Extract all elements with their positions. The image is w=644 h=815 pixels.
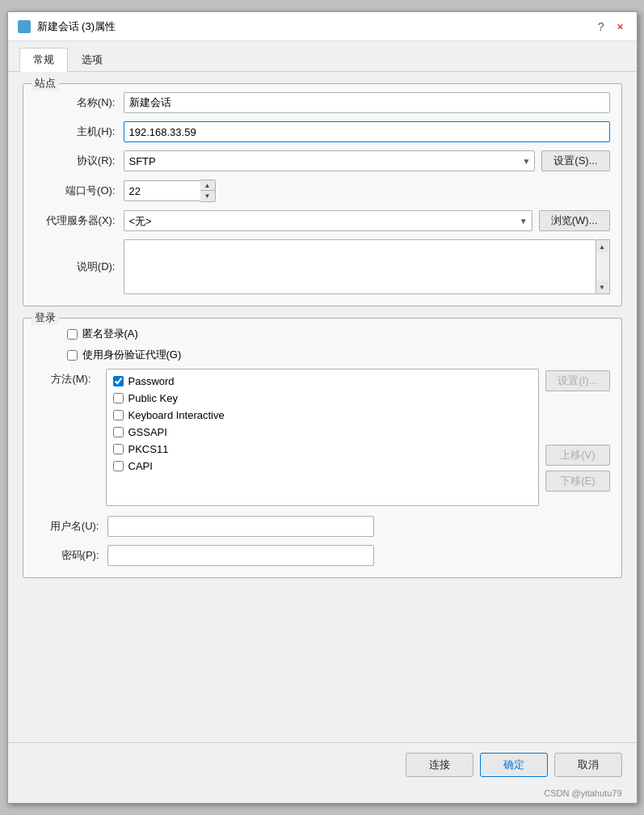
title-bar-left: 新建会话 (3)属性 [18, 19, 116, 34]
auth-proxy-row: 使用身份验证代理(G) [35, 348, 610, 362]
desc-textarea[interactable] [124, 239, 596, 294]
port-decrement-button[interactable]: ▼ [200, 191, 215, 201]
port-input[interactable] [124, 180, 200, 201]
port-spinner-buttons: ▲ ▼ [200, 179, 216, 202]
port-wrapper: ▲ ▼ [124, 179, 610, 202]
method-capi-checkbox[interactable] [113, 461, 124, 471]
help-label: ? [598, 20, 604, 33]
station-group-label: 站点 [32, 76, 59, 91]
connect-button[interactable]: 连接 [406, 753, 474, 777]
scroll-up-button[interactable]: ▲ [596, 240, 608, 253]
tab-general[interactable]: 常规 [19, 48, 68, 72]
method-item-pkcs11[interactable]: PKCS11 [107, 441, 539, 458]
desc-wrapper: ▲ ▼ [124, 239, 610, 294]
method-item-keyboard[interactable]: Keyboard Interactive [107, 407, 539, 424]
login-group: 登录 匿名登录(A) 使用身份验证代理(G) 方法(M): Password [23, 318, 622, 578]
tab-bar: 常规 选项 [8, 41, 637, 72]
proxy-label: 代理服务器(X): [35, 213, 124, 228]
port-row: 端口号(O): ▲ ▼ [35, 179, 610, 202]
move-down-button[interactable]: 下移(E) [545, 471, 609, 492]
ok-button[interactable]: 确定 [480, 753, 548, 777]
username-input[interactable] [107, 516, 374, 537]
watermark: CSDN @yitahutu79 [8, 787, 637, 803]
station-group: 站点 名称(N): 主机(H): 协议(R): [23, 83, 622, 306]
protocol-select[interactable]: SFTP FTP FTPS SCP TELNET [124, 150, 536, 171]
main-content: 站点 名称(N): 主机(H): 协议(R): [8, 72, 637, 742]
method-row: 方法(M): Password Public Key Keyboard Inte… [35, 369, 610, 506]
method-label: 方法(M): [35, 369, 99, 386]
method-keyboard-label: Keyboard Interactive [128, 409, 225, 421]
host-field-wrapper [124, 121, 610, 142]
scroll-down-button[interactable]: ▼ [596, 281, 608, 293]
port-label: 端口号(O): [35, 184, 124, 198]
proxy-wrapper: <无> ▼ 浏览(W)... [124, 210, 610, 231]
protocol-row: 协议(R): SFTP FTP FTPS SCP TELNET ▼ 设置(S).… [35, 150, 610, 171]
password-field-wrapper [107, 545, 610, 566]
protocol-select-wrapper: SFTP FTP FTPS SCP TELNET ▼ [124, 150, 536, 171]
auth-proxy-label: 使用身份验证代理(G) [82, 348, 182, 362]
dialog-footer: 连接 确定 取消 [8, 742, 637, 787]
method-password-checkbox[interactable] [113, 376, 124, 386]
tab-options[interactable]: 选项 [68, 48, 116, 71]
proxy-select-wrapper: <无> ▼ [124, 210, 532, 231]
method-password-label: Password [128, 375, 175, 387]
dialog-icon [18, 20, 31, 33]
protocol-wrapper: SFTP FTP FTPS SCP TELNET ▼ 设置(S)... [124, 150, 610, 171]
anon-checkbox[interactable] [67, 329, 78, 340]
host-input[interactable] [124, 121, 610, 142]
proxy-browse-button[interactable]: 浏览(W)... [539, 210, 610, 231]
close-button[interactable]: × [614, 20, 627, 33]
method-item-password[interactable]: Password [107, 373, 539, 390]
login-group-label: 登录 [32, 310, 59, 325]
method-keyboard-checkbox[interactable] [113, 410, 124, 420]
method-pkcs11-checkbox[interactable] [113, 444, 124, 454]
name-label: 名称(N): [35, 95, 124, 110]
desc-row: 说明(D): ▲ ▼ [35, 239, 610, 294]
method-publickey-checkbox[interactable] [113, 393, 124, 403]
dialog-window: 新建会话 (3)属性 ? × 常规 选项 站点 名称(N): [7, 11, 638, 804]
anon-label: 匿名登录(A) [82, 327, 138, 341]
method-item-publickey[interactable]: Public Key [107, 390, 539, 407]
method-item-gssapi[interactable]: GSSAPI [107, 424, 539, 441]
username-row: 用户名(U): [35, 516, 610, 537]
password-label: 密码(P): [35, 548, 107, 563]
desc-label: 说明(D): [35, 260, 124, 274]
password-row: 密码(P): [35, 545, 610, 566]
method-list: Password Public Key Keyboard Interactive… [106, 369, 540, 506]
method-buttons: 设置(I)... 上移(V) 下移(E) [545, 369, 609, 492]
port-spinner: ▲ ▼ [124, 179, 229, 202]
protocol-settings-button[interactable]: 设置(S)... [541, 150, 609, 171]
dialog-title: 新建会话 (3)属性 [37, 19, 116, 34]
proxy-select[interactable]: <无> [124, 210, 532, 231]
anon-row: 匿名登录(A) [35, 327, 610, 341]
desc-scrollbar: ▲ ▼ [596, 239, 610, 294]
username-field-wrapper [107, 516, 610, 537]
title-controls: ? × [598, 20, 627, 33]
protocol-label: 协议(R): [35, 154, 124, 168]
cancel-button[interactable]: 取消 [554, 753, 622, 777]
proxy-row: 代理服务器(X): <无> ▼ 浏览(W)... [35, 210, 610, 231]
title-bar: 新建会话 (3)属性 ? × [8, 12, 637, 41]
name-row: 名称(N): [35, 92, 610, 113]
port-increment-button[interactable]: ▲ [200, 180, 215, 191]
method-item-capi[interactable]: CAPI [107, 458, 539, 475]
method-gssapi-label: GSSAPI [128, 426, 167, 438]
move-up-button[interactable]: 上移(V) [545, 445, 609, 466]
method-pkcs11-label: PKCS11 [128, 443, 169, 455]
password-input[interactable] [107, 545, 374, 566]
auth-proxy-checkbox[interactable] [67, 350, 78, 361]
method-publickey-label: Public Key [128, 392, 178, 404]
method-settings-button[interactable]: 设置(I)... [545, 370, 609, 391]
host-label: 主机(H): [35, 125, 124, 139]
name-field-wrapper [124, 92, 610, 113]
username-label: 用户名(U): [35, 519, 107, 534]
name-input[interactable] [124, 92, 610, 113]
method-capi-label: CAPI [128, 460, 153, 472]
host-row: 主机(H): [35, 121, 610, 142]
method-gssapi-checkbox[interactable] [113, 427, 124, 437]
